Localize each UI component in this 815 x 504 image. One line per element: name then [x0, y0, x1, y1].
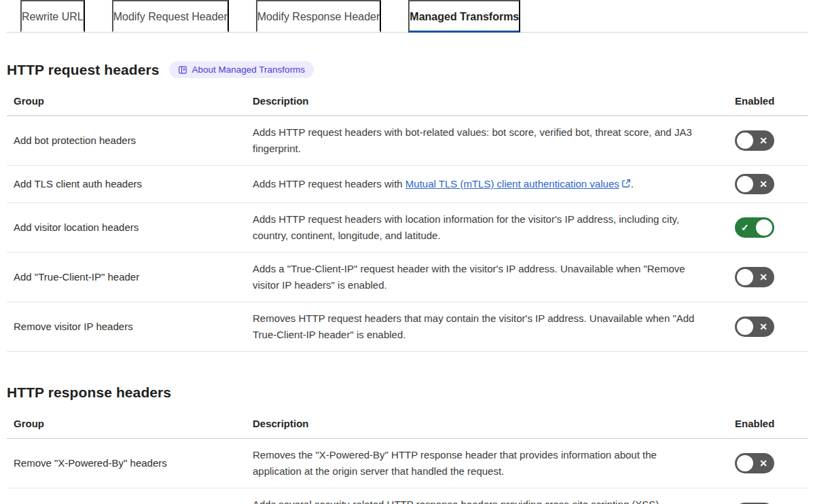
- tab-modify-request-header[interactable]: Modify Request Header: [112, 0, 229, 33]
- description-text: Adds HTTP request headers with: [253, 178, 405, 190]
- check-icon: ✓: [741, 223, 749, 232]
- toggle-add-true-client-ip-header[interactable]: ✓ ✕: [735, 267, 774, 287]
- request-headers-section-header: HTTP request headers About Managed Trans…: [7, 61, 808, 78]
- book-icon: [178, 65, 187, 75]
- row-description: Removes the "X-Powered-By" HTTP response…: [253, 439, 723, 488]
- row-group-label: Add "True-Client-IP" header: [7, 261, 253, 293]
- response-headers-title: HTTP response headers: [7, 384, 171, 401]
- column-header-description: Description: [253, 410, 723, 438]
- toggle-knob: [737, 319, 753, 335]
- row-group-label: Add bot protection headers: [7, 124, 253, 157]
- column-header-group: Group: [7, 88, 253, 115]
- row-group-label: Remove "X-Powered-By" headers: [7, 447, 253, 480]
- toggle-knob: [737, 269, 753, 285]
- x-icon: ✕: [759, 322, 767, 331]
- row-description: Adds several security-related HTTP respo…: [253, 488, 723, 504]
- column-header-group: Group: [7, 410, 253, 438]
- description-text: .: [631, 178, 634, 190]
- table-row-remove-x-powered-by: Remove "X-Powered-By" headers Removes th…: [7, 439, 808, 488]
- tab-modify-response-header[interactable]: Modify Response Header: [256, 0, 382, 33]
- tab-managed-transforms[interactable]: Managed Transforms: [408, 0, 520, 33]
- x-icon: ✕: [759, 136, 767, 145]
- table-row-true-client-ip: Add "True-Client-IP" header Adds a "True…: [7, 253, 808, 302]
- row-description: Adds HTTP request headers with location …: [253, 203, 723, 252]
- row-group-label: Add security headers: [7, 497, 253, 504]
- table-row-remove-visitor-ip: Remove visitor IP headers Removes HTTP r…: [7, 302, 808, 352]
- row-description: Removes HTTP request headers that may co…: [253, 302, 723, 351]
- row-description: Adds HTTP request headers with Mutual TL…: [253, 168, 723, 200]
- row-group-label: Add visitor location headers: [7, 211, 253, 244]
- toggle-add-bot-protection-headers[interactable]: ✓ ✕: [735, 130, 774, 151]
- toggle-knob: [756, 219, 772, 236]
- toggle-add-visitor-location-headers[interactable]: ✓ ✕: [735, 217, 774, 238]
- table-header-row: Group Description Enabled: [7, 410, 808, 439]
- toggle-add-tls-client-auth-headers[interactable]: ✓ ✕: [735, 174, 774, 194]
- row-group-label: Add TLS client auth headers: [7, 168, 253, 200]
- row-group-label: Remove visitor IP headers: [7, 310, 253, 343]
- toggle-remove-x-powered-by-headers[interactable]: ✓ ✕: [735, 453, 774, 473]
- table-row-bot-protection: Add bot protection headers Adds HTTP req…: [7, 116, 808, 166]
- tab-bar: Rewrite URL Modify Request Header Modify…: [7, 0, 808, 33]
- table-row-tls-client-auth: Add TLS client auth headers Adds HTTP re…: [7, 166, 808, 203]
- request-headers-table: Group Description Enabled Add bot protec…: [7, 88, 808, 352]
- column-header-enabled: Enabled: [723, 88, 808, 115]
- about-managed-transforms-link[interactable]: About Managed Transforms: [169, 61, 314, 78]
- managed-transforms-page: Rewrite URL Modify Request Header Modify…: [0, 0, 815, 504]
- row-description: Adds a "True-Client-IP" request header w…: [253, 253, 723, 302]
- table-header-row: Group Description Enabled: [7, 88, 808, 116]
- about-managed-transforms-label: About Managed Transforms: [192, 65, 306, 75]
- tab-rewrite-url[interactable]: Rewrite URL: [20, 0, 85, 33]
- request-headers-title: HTTP request headers: [7, 62, 160, 78]
- mtls-docs-link[interactable]: Mutual TLS (mTLS) client authentication …: [405, 178, 619, 190]
- x-icon: ✕: [759, 458, 767, 468]
- table-row-add-security-headers: Add security headers Adds several securi…: [7, 488, 808, 504]
- response-headers-table: Group Description Enabled Remove "X-Powe…: [7, 410, 808, 504]
- x-icon: ✕: [759, 272, 767, 282]
- column-header-enabled: Enabled: [723, 410, 808, 438]
- toggle-remove-visitor-ip-headers[interactable]: ✓ ✕: [735, 317, 774, 337]
- toggle-knob: [737, 132, 753, 149]
- toggle-knob: [737, 455, 753, 471]
- row-description: Adds HTTP request headers with bot-relat…: [253, 116, 723, 165]
- table-row-visitor-location: Add visitor location headers Adds HTTP r…: [7, 203, 808, 253]
- external-link-icon: [621, 179, 631, 188]
- toggle-knob: [737, 176, 753, 192]
- x-icon: ✕: [759, 179, 767, 189]
- response-headers-section-header: HTTP response headers: [7, 384, 808, 401]
- column-header-description: Description: [253, 88, 723, 115]
